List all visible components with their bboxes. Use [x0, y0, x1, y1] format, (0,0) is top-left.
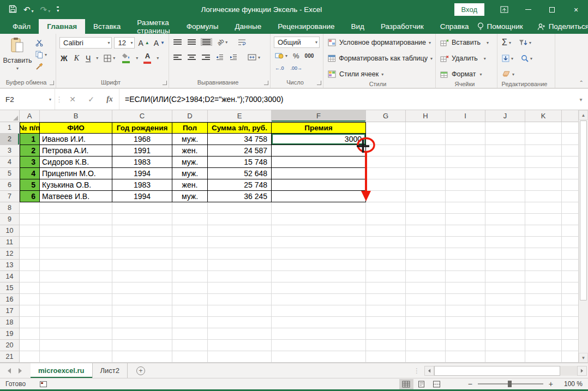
cell-C14[interactable]	[112, 271, 172, 282]
cell-I11[interactable]	[446, 237, 485, 248]
cell-H5[interactable]	[406, 168, 446, 179]
share-button[interactable]: Поделиться	[537, 22, 588, 31]
cell-G19[interactable]	[366, 328, 406, 340]
cell-H19[interactable]	[406, 328, 446, 340]
cell-C15[interactable]	[112, 282, 172, 294]
cell-A9[interactable]	[20, 214, 40, 225]
cell-E12[interactable]	[208, 248, 272, 260]
cell-K11[interactable]	[525, 237, 562, 248]
cell-B8[interactable]	[40, 202, 112, 214]
cell-F18[interactable]	[272, 317, 366, 328]
scroll-up-icon[interactable]: ▲	[579, 110, 588, 120]
conditional-formatting-button[interactable]: Условное форматирование▾	[328, 36, 433, 49]
cell-F20[interactable]	[272, 340, 366, 351]
cell-H4[interactable]	[406, 157, 446, 168]
cell-I14[interactable]	[446, 271, 485, 282]
cell-J2[interactable]	[485, 134, 525, 145]
cell-G10[interactable]	[366, 225, 406, 237]
cell-J15[interactable]	[485, 282, 525, 294]
cell-D10[interactable]	[172, 225, 208, 237]
cell-B18[interactable]	[40, 317, 112, 328]
cell-H13[interactable]	[406, 260, 446, 271]
align-center-button[interactable]	[187, 54, 197, 61]
cell-A4[interactable]: 3	[20, 157, 40, 168]
cell-H21[interactable]	[406, 351, 446, 363]
column-header-G[interactable]: G	[366, 110, 406, 122]
cell-styles-button[interactable]: Стили ячеек▾	[328, 68, 433, 81]
cell-J11[interactable]	[485, 237, 525, 248]
font-dialog-launcher[interactable]	[163, 81, 167, 85]
insert-cells-button[interactable]: Вставить▾	[440, 36, 494, 49]
formula-input[interactable]: =ЕСЛИ(ИЛИ(C2>1984;D2="жен.");7000;3000)	[119, 89, 574, 110]
cell-E16[interactable]	[208, 294, 272, 305]
cell-A17[interactable]	[20, 305, 40, 317]
fill-button[interactable]: ▾	[501, 54, 514, 63]
cell-A7[interactable]: 6	[20, 191, 40, 202]
cell-A14[interactable]	[20, 271, 40, 282]
cell-A15[interactable]	[20, 282, 40, 294]
cell-D5[interactable]: муж.	[172, 168, 208, 179]
cell-G20[interactable]	[366, 340, 406, 351]
zoom-slider[interactable]	[478, 383, 543, 384]
cell-I10[interactable]	[446, 225, 485, 237]
cell-K3[interactable]	[525, 145, 562, 157]
delete-cells-button[interactable]: Удалить▾	[440, 52, 494, 65]
cell-B13[interactable]	[40, 260, 112, 271]
cell-E1[interactable]: Сумма з/п, руб.	[208, 122, 272, 134]
row-header-11[interactable]: 11	[0, 237, 20, 248]
cell-K8[interactable]	[525, 202, 562, 214]
cell-C17[interactable]	[112, 305, 172, 317]
cell-C8[interactable]	[112, 202, 172, 214]
cell-H3[interactable]	[406, 145, 446, 157]
cell-G8[interactable]	[366, 202, 406, 214]
increase-indent-button[interactable]	[229, 53, 238, 61]
cell-J7[interactable]	[485, 191, 525, 202]
cell-D16[interactable]	[172, 294, 208, 305]
cell-H8[interactable]	[406, 202, 446, 214]
ribbon-tab-3[interactable]: Разметка страницы	[129, 19, 178, 34]
row-header-10[interactable]: 10	[0, 225, 20, 237]
underline-button[interactable]: Ч	[85, 53, 92, 63]
row-header-19[interactable]: 19	[0, 328, 20, 340]
cell-K17[interactable]	[525, 305, 562, 317]
cell-F14[interactable]	[272, 271, 366, 282]
row-header-2[interactable]: 2	[0, 134, 20, 145]
cell-A2[interactable]: 1	[20, 134, 40, 145]
ribbon-tab-5[interactable]: Данные	[226, 19, 269, 34]
cell-D6[interactable]: жен.	[172, 179, 208, 191]
cell-F7[interactable]	[272, 191, 366, 202]
close-button[interactable]: ×	[564, 0, 588, 19]
comma-style-button[interactable]: 000	[304, 52, 315, 59]
cell-I4[interactable]	[446, 157, 485, 168]
copy-button[interactable]: ▾	[34, 50, 48, 59]
scroll-left-icon[interactable]	[424, 366, 434, 376]
percent-style-button[interactable]: %	[292, 51, 301, 61]
cell-E10[interactable]	[208, 225, 272, 237]
cell-I18[interactable]	[446, 317, 485, 328]
cell-J9[interactable]	[485, 214, 525, 225]
cell-A3[interactable]: 2	[20, 145, 40, 157]
align-bottom-button[interactable]	[201, 38, 212, 46]
ribbon-tab-2[interactable]: Вставка	[85, 19, 129, 34]
font-size-select[interactable]: 12▾	[114, 37, 135, 49]
cell-D4[interactable]: муж.	[172, 157, 208, 168]
cell-H15[interactable]	[406, 282, 446, 294]
row-header-5[interactable]: 5	[0, 168, 20, 179]
zoom-out-icon[interactable]: −	[468, 380, 472, 388]
shrink-font-button[interactable]: А▼	[153, 38, 166, 48]
sign-in-button[interactable]: Вход	[454, 3, 484, 16]
row-header-1[interactable]: 1	[0, 122, 20, 134]
cell-D18[interactable]	[172, 317, 208, 328]
cell-D11[interactable]	[172, 237, 208, 248]
cell-E11[interactable]	[208, 237, 272, 248]
cell-A6[interactable]: 5	[20, 179, 40, 191]
cell-E17[interactable]	[208, 305, 272, 317]
cell-A12[interactable]	[20, 248, 40, 260]
cell-B11[interactable]	[40, 237, 112, 248]
column-header-C[interactable]: C	[112, 110, 172, 122]
collapse-ribbon-icon[interactable]: ⌃	[579, 80, 584, 86]
cell-C5[interactable]: 1994	[112, 168, 172, 179]
cell-D13[interactable]	[172, 260, 208, 271]
cell-C11[interactable]	[112, 237, 172, 248]
scroll-right-icon[interactable]	[577, 366, 587, 376]
